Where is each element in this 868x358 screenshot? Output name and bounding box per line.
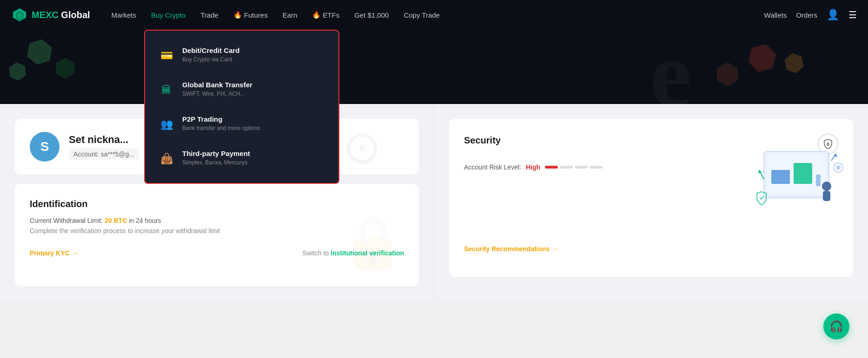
nav-item-copytrade[interactable]: Copy Trade — [397, 7, 446, 23]
security-recommendations-link[interactable]: Security Recommendations → — [464, 245, 838, 253]
nav-item-futures[interactable]: 🔥 Futures — [227, 7, 274, 23]
bank-icon: 🏛 — [158, 82, 175, 98]
logo[interactable]: MEXC Global — [11, 7, 90, 23]
nav-item-get1000[interactable]: Get $1,000 — [348, 7, 395, 23]
nav-item-markets[interactable]: Markets — [105, 7, 143, 23]
nav-item-trade[interactable]: Trade — [194, 7, 225, 23]
switch-prefix: Switch to — [302, 249, 331, 257]
profile-account: Account: sa***5@g... — [69, 149, 139, 160]
dropdown-item-bank-transfer[interactable]: 🏛 Global Bank Transfer SWIFT, Wire, PIX,… — [145, 72, 338, 107]
risk-dots — [545, 166, 603, 169]
dropdown-third-party-text: Third-party Payment Simplex, Banxa, Merc… — [182, 150, 250, 166]
svg-rect-15 — [823, 191, 830, 201]
dropdown-p2p-text: P2P Trading Bank transfer and more optio… — [182, 115, 260, 131]
logo-brand-text: MEXC — [32, 10, 59, 20]
hero-background: e — [0, 30, 868, 104]
buy-crypto-dropdown: 💳 Debit/Credit Card Buy Crypto via Card … — [144, 30, 339, 184]
nav-item-earn[interactable]: Earn — [276, 7, 304, 23]
dropdown-debit-title: Debit/Credit Card — [182, 46, 239, 54]
dropdown-p2p-title: P2P Trading — [182, 115, 260, 123]
identification-card: Identification Current Withdrawal Limit:… — [15, 184, 419, 286]
nav-wallets[interactable]: Wallets — [764, 11, 787, 19]
security-title: Security — [464, 135, 501, 146]
nav-item-buy-crypto[interactable]: Buy Crypto — [145, 7, 192, 23]
dropdown-third-title: Third-party Payment — [182, 150, 250, 157]
nav-orders[interactable]: Orders — [796, 11, 817, 19]
risk-dot-2 — [560, 166, 573, 169]
security-illustration — [755, 142, 838, 207]
nav-item-etfs[interactable]: 🔥 ETFs — [305, 7, 346, 23]
wallet-icon: 👜 — [158, 150, 175, 167]
dropdown-bank-subtitle: SWIFT, Wire, PIX, ACH... — [182, 91, 252, 97]
credit-card-icon: 💳 — [158, 47, 175, 64]
risk-dot-4 — [590, 166, 603, 169]
primary-kyc-link[interactable]: Primary KYC → — [30, 249, 78, 257]
risk-value: High — [526, 163, 540, 171]
main-content: S Set nickna... Account: sa***5@g... ⊙ I… — [0, 104, 868, 301]
security-card: Security Account Risk Level: High — [449, 119, 853, 277]
nav-right: Wallets Orders 👤 ☰ — [764, 9, 857, 21]
mexc-logo-icon — [11, 7, 28, 23]
dropdown-debit-text: Debit/Credit Card Buy Crypto via Card — [182, 46, 239, 63]
svg-point-14 — [822, 182, 831, 191]
right-panel: Security Account Risk Level: High — [434, 104, 868, 301]
svg-rect-9 — [816, 175, 821, 186]
dropdown-bank-title: Global Bank Transfer — [182, 81, 252, 89]
hero-section: e — [0, 30, 868, 104]
nav-account-icon[interactable]: 👤 — [827, 9, 839, 21]
headset-icon: 🎧 — [829, 320, 843, 333]
risk-dot-3 — [575, 166, 588, 169]
p2p-icon: 👥 — [158, 116, 175, 133]
dropdown-item-debit-card[interactable]: 💳 Debit/Credit Card Buy Crypto via Card — [145, 38, 338, 72]
navbar: MEXC Global Markets Buy Crypto Trade 🔥 F… — [0, 0, 868, 30]
dropdown-third-subtitle: Simplex, Banxa, Mercuryo — [182, 159, 250, 166]
security-svg — [755, 142, 848, 216]
identification-title: Identification — [30, 199, 404, 209]
risk-label: Account Risk Level: — [464, 163, 521, 171]
support-button[interactable]: 🎧 — [823, 313, 849, 339]
nav-items: Markets Buy Crypto Trade 🔥 Futures Earn … — [105, 7, 764, 23]
dropdown-debit-subtitle: Buy Crypto via Card — [182, 56, 239, 63]
dropdown-item-p2p[interactable]: 👥 P2P Trading Bank transfer and more opt… — [145, 107, 338, 141]
logo-suffix-text: Global — [59, 10, 90, 20]
dropdown-item-third-party[interactable]: 👜 Third-party Payment Simplex, Banxa, Me… — [145, 141, 338, 176]
avatar: S — [30, 132, 60, 162]
svg-rect-8 — [794, 163, 812, 184]
dropdown-p2p-subtitle: Bank transfer and more options — [182, 125, 260, 131]
dropdown-bank-text: Global Bank Transfer SWIFT, Wire, PIX, A… — [182, 81, 252, 97]
risk-dot-1 — [545, 166, 558, 169]
account-value: sa***5@g... — [100, 150, 134, 158]
svg-rect-7 — [771, 170, 790, 184]
svg-point-17 — [836, 165, 841, 170]
account-label: Account: — [73, 150, 99, 158]
nav-hamburger-icon[interactable]: ☰ — [848, 9, 857, 20]
